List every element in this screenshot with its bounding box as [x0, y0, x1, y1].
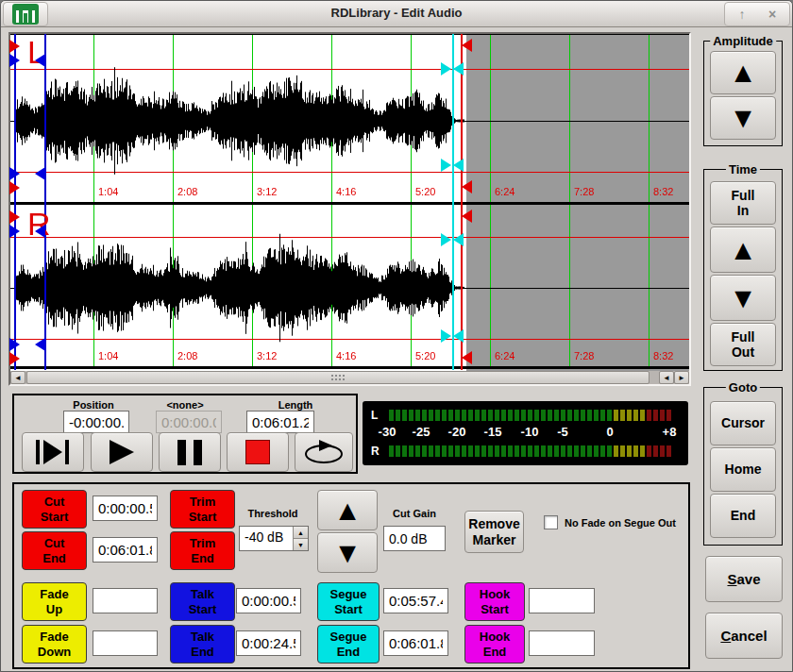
waveform-canvas[interactable] [10, 34, 689, 371]
trim-end-button[interactable]: Trim End [170, 531, 235, 570]
hook-end-button[interactable]: Hook End [464, 625, 525, 664]
talk-start-marker-icon[interactable] [9, 54, 20, 67]
talk-end-marker-icon[interactable] [35, 167, 45, 180]
scrollbar-thumb[interactable] [26, 371, 650, 384]
cut-gain-field[interactable] [383, 526, 446, 551]
pause-button[interactable] [159, 432, 221, 472]
talk-end-button[interactable]: Talk End [170, 625, 235, 664]
cancel-button[interactable]: Cancel [705, 613, 783, 659]
meter-segment [647, 410, 651, 421]
goto-end-button[interactable]: End [710, 494, 776, 538]
segue-start-marker-icon[interactable] [441, 159, 451, 172]
position-field[interactable] [63, 411, 129, 433]
cut-end-marker-icon[interactable] [462, 351, 472, 364]
threshold-value[interactable]: -40 dB [240, 527, 293, 550]
talk-start-marker-icon[interactable] [9, 338, 20, 351]
segue-start-marker-icon[interactable] [441, 329, 451, 343]
meter-segment [515, 445, 519, 457]
talk-end-marker-icon[interactable] [35, 225, 45, 238]
talk-start-button[interactable]: Talk Start [170, 582, 235, 621]
play-icon [109, 440, 135, 464]
cut-start-marker-icon[interactable] [9, 352, 20, 365]
loop-button[interactable] [295, 432, 353, 472]
meter-scale-label: -15 [484, 425, 502, 439]
cut-end-marker-icon[interactable] [462, 39, 472, 52]
scrollbar-right-button[interactable]: ► [674, 371, 689, 384]
segue-end-button[interactable]: Segue End [317, 625, 380, 664]
meter-segment [574, 445, 579, 457]
segue-start-marker-icon[interactable] [441, 62, 451, 76]
cut-gain-label: Cut Gain [383, 508, 446, 519]
time-zoom-out-button[interactable]: ▼ [710, 275, 776, 321]
meter-left-label: L [371, 409, 378, 422]
scrollbar-track[interactable] [25, 371, 659, 384]
cut-end-button[interactable]: Cut End [22, 531, 87, 570]
cut-start-field[interactable] [93, 496, 158, 521]
amplitude-down-button[interactable]: ▼ [710, 96, 776, 140]
trim-start-button[interactable]: Trim Start [170, 490, 235, 529]
stop-button[interactable] [227, 432, 289, 472]
scrollbar-left-button-2[interactable]: ◄ [659, 371, 674, 384]
play-from-start-button[interactable] [22, 432, 84, 472]
cut-end-marker-icon[interactable] [462, 180, 472, 193]
cut-start-marker-icon[interactable] [9, 40, 20, 53]
segue-start-button[interactable]: Segue Start [317, 582, 380, 621]
segue-end-field[interactable] [383, 630, 448, 656]
fade-up-button[interactable]: Fade Up [22, 582, 87, 621]
play-button[interactable] [91, 432, 153, 472]
time-zoom-in-button[interactable]: ▲ [710, 227, 776, 273]
talk-end-marker-icon[interactable] [35, 338, 45, 351]
cut-start-button[interactable]: Cut Start [22, 490, 87, 529]
meter-segment [627, 445, 632, 457]
save-button[interactable]: Save [705, 556, 783, 602]
fade-down-field[interactable] [93, 630, 158, 656]
segue-start-marker-icon[interactable] [453, 159, 464, 172]
time-full-in-button[interactable]: Full In [710, 181, 776, 225]
threshold-spinbox[interactable]: -40 dB ▲ ▼ [239, 526, 309, 551]
goto-cursor-button[interactable]: Cursor [710, 401, 776, 445]
segue-start-marker-icon[interactable] [453, 233, 464, 246]
threshold-spin-down-button[interactable]: ▼ [294, 539, 308, 550]
hook-start-field[interactable] [529, 588, 595, 613]
talk-end-field[interactable] [236, 630, 301, 656]
shade-button[interactable]: ↑ [731, 4, 753, 25]
talk-start-field[interactable] [236, 588, 301, 613]
meter-segment [475, 445, 480, 457]
length-field[interactable] [246, 411, 314, 433]
none-marker-label: <none> [152, 399, 218, 411]
segue-start-marker-icon[interactable] [441, 233, 451, 246]
scrollbar-left-button[interactable]: ◄ [10, 371, 25, 384]
close-button[interactable]: × [761, 4, 784, 25]
fade-down-button[interactable]: Fade Down [22, 625, 87, 664]
play-from-start-icon [35, 440, 71, 464]
waveform-scrollbar[interactable]: ◄ ◄ ► [10, 371, 689, 384]
time-full-out-button[interactable]: Full Out [710, 323, 776, 366]
cut-start-marker-icon[interactable] [9, 181, 20, 194]
talk-end-marker-icon[interactable] [35, 54, 45, 67]
segue-start-marker-icon[interactable] [453, 62, 464, 76]
cut-end-field[interactable] [93, 537, 158, 563]
talk-start-marker-icon[interactable] [9, 225, 20, 238]
waveform-display[interactable]: L R 1:042:083:124:165:206:247:288:32 1:0… [10, 34, 689, 371]
fade-up-field[interactable] [93, 588, 158, 613]
cut-end-marker-icon[interactable] [462, 210, 472, 223]
remove-marker-button[interactable]: Remove Marker [464, 511, 524, 553]
talk-start-marker-icon[interactable] [9, 167, 20, 180]
segue-start-marker-icon[interactable] [453, 329, 464, 343]
cut-start-marker-icon[interactable] [9, 210, 20, 224]
meter-segment [653, 410, 658, 421]
meter-segment [607, 445, 612, 457]
hook-start-button[interactable]: Hook Start [464, 582, 525, 621]
meter-segment [554, 410, 559, 421]
gain-up-button[interactable]: ▲ [317, 490, 378, 530]
time-label: 6:24 [495, 350, 515, 361]
segue-start-field[interactable] [383, 588, 448, 613]
amplitude-up-button[interactable]: ▲ [710, 51, 776, 94]
gain-down-button[interactable]: ▼ [317, 532, 378, 573]
meter-scale-label: -10 [521, 425, 539, 439]
goto-home-button[interactable]: Home [710, 447, 776, 492]
threshold-spin-up-button[interactable]: ▲ [294, 527, 308, 539]
meter-segment [481, 410, 486, 421]
hook-end-field[interactable] [529, 630, 595, 656]
no-fade-checkbox[interactable] [544, 515, 558, 529]
